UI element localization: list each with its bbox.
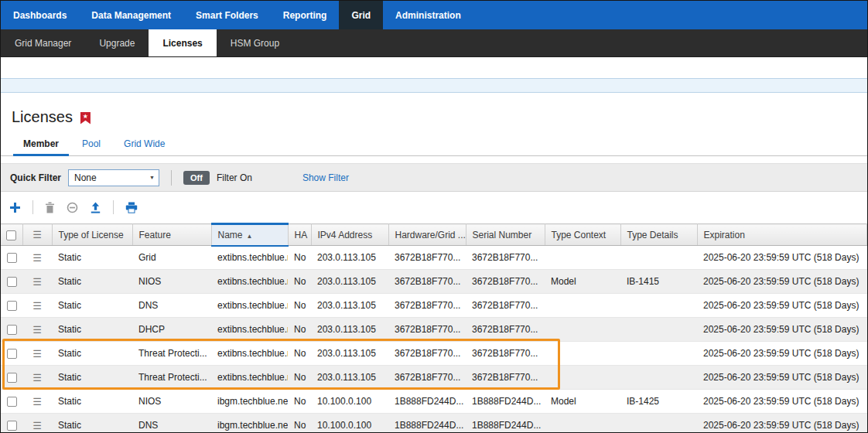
row-checkbox[interactable] <box>7 373 17 383</box>
column-header-expiration[interactable]: Expiration <box>697 224 867 246</box>
cell-type: Static <box>52 246 132 270</box>
tab-grid-wide[interactable]: Grid Wide <box>112 135 176 155</box>
cell-context: Model <box>545 390 620 414</box>
cell-hardware: 3672B18F770... <box>388 246 466 270</box>
quick-filter-bar: Quick Filter None ▼ Off Filter On Show F… <box>1 163 867 192</box>
cell-name: extibns.techblue.n... <box>211 270 288 294</box>
row-checkbox[interactable] <box>7 421 17 431</box>
row-menu-icon[interactable]: ☰ <box>32 300 42 312</box>
cell-ha: No <box>288 246 311 270</box>
tab-member[interactable]: Member <box>12 135 70 155</box>
row-checkbox[interactable] <box>7 349 17 359</box>
row-checkbox[interactable] <box>7 301 17 311</box>
top-navigation: DashboardsData ManagementSmart FoldersRe… <box>1 1 867 29</box>
column-header-ha[interactable]: HA <box>288 224 311 246</box>
cell-expiration: 2025-06-20 23:59:59 UTC (518 Days) <box>697 366 867 390</box>
column-header-type-context[interactable]: Type Context <box>545 224 620 246</box>
row-checkbox[interactable] <box>7 277 17 287</box>
topnav-item-dashboards[interactable]: Dashboards <box>1 1 79 29</box>
cell-feature: Grid <box>132 246 211 270</box>
column-header-type-details[interactable]: Type Details <box>620 224 697 246</box>
tab-pool[interactable]: Pool <box>70 135 112 155</box>
cell-details <box>620 414 697 433</box>
content-spacer <box>1 57 867 78</box>
add-icon[interactable] <box>9 202 21 213</box>
row-menu-icon[interactable]: ☰ <box>32 276 42 288</box>
star-icon: ★ <box>83 112 88 124</box>
cell-ipv4: 203.0.113.105 <box>311 294 388 318</box>
cell-feature: DNS <box>132 414 211 433</box>
topnav-item-smart-folders[interactable]: Smart Folders <box>183 1 271 29</box>
chevron-down-icon: ▼ <box>149 175 155 180</box>
cell-name: extibns.techblue.n... <box>211 246 288 270</box>
favorite-bookmark-icon[interactable]: ★ <box>80 112 91 124</box>
table-row[interactable]: ☰StaticThreat Protecti...extibns.techblu… <box>1 342 867 366</box>
subnav-item-licenses[interactable]: Licenses <box>149 29 216 56</box>
header-menu: ☰ <box>22 224 52 246</box>
column-header-serial-number[interactable]: Serial Number <box>466 224 545 246</box>
show-filter-link[interactable]: Show Filter <box>302 172 349 183</box>
cell-details: IB-1425 <box>620 390 697 414</box>
table-row[interactable]: ☰StaticDNSextibns.techblue.n...No203.0.1… <box>1 294 867 318</box>
column-header-name[interactable]: Name▲ <box>211 224 288 246</box>
table-row[interactable]: ☰StaticThreat Protecti...extibns.techblu… <box>1 366 867 390</box>
cell-expiration: 2025-06-20 23:59:59 UTC (518 Days) <box>697 342 867 366</box>
row-menu-icon[interactable]: ☰ <box>32 348 42 360</box>
topnav-item-reporting[interactable]: Reporting <box>271 1 340 29</box>
subnav-item-hsm-group[interactable]: HSM Group <box>217 29 293 56</box>
subnav-item-grid-manager[interactable]: Grid Manager <box>1 29 85 56</box>
row-menu-icon[interactable]: ☰ <box>32 372 42 384</box>
table-row[interactable]: ☰StaticGridextibns.techblue.n...No203.0.… <box>1 246 867 270</box>
table-row[interactable]: ☰StaticDHCPextibns.techblue.n...No203.0.… <box>1 318 867 342</box>
cell-expiration: 2025-06-20 23:59:59 UTC (518 Days) <box>697 414 867 433</box>
quick-filter-value: None <box>74 172 97 183</box>
cell-details <box>620 294 697 318</box>
cell-hardware: 3672B18F770... <box>388 366 466 390</box>
row-checkbox[interactable] <box>7 397 17 407</box>
row-checkbox[interactable] <box>7 325 17 335</box>
delete-icon[interactable] <box>45 202 55 213</box>
column-header-type-of-license[interactable]: Type of License <box>52 224 132 246</box>
row-menu-icon[interactable]: ☰ <box>32 324 42 336</box>
table-row[interactable]: ☰StaticNIOSextibns.techblue.n...No203.0.… <box>1 270 867 294</box>
cell-ipv4: 10.100.0.100 <box>311 390 388 414</box>
row-menu-icon[interactable]: ☰ <box>32 420 42 431</box>
topnav-item-data-management[interactable]: Data Management <box>79 1 183 29</box>
cell-expiration: 2025-06-20 23:59:59 UTC (518 Days) <box>697 318 867 342</box>
divider <box>113 200 114 214</box>
cell-type: Static <box>52 366 132 390</box>
cell-serial: 3672B18F770... <box>466 246 545 270</box>
cell-hardware: 1B888FD244D... <box>388 390 466 414</box>
table-menu-icon[interactable]: ☰ <box>32 229 42 240</box>
quick-filter-select[interactable]: None ▼ <box>68 169 159 186</box>
column-header-ipv4-address[interactable]: IPv4 Address <box>311 224 388 246</box>
cell-ha: No <box>288 318 311 342</box>
filter-off-toggle[interactable]: Off <box>183 171 210 185</box>
cell-expiration: 2025-06-20 23:59:59 UTC (518 Days) <box>697 294 867 318</box>
column-header-feature[interactable]: Feature <box>132 224 211 246</box>
row-menu-icon[interactable]: ☰ <box>32 396 42 407</box>
cell-serial: 3672B18F770... <box>466 294 545 318</box>
cell-feature: Threat Protecti... <box>132 366 211 390</box>
table-row[interactable]: ☰StaticNIOSibgm.techblue.netNo10.100.0.1… <box>1 390 867 414</box>
table-header-row: ☰ Type of LicenseFeatureName▲HAIPv4 Addr… <box>1 224 867 246</box>
topnav-item-grid[interactable]: Grid <box>339 1 383 29</box>
table-row[interactable]: ☰StaticDNSibgm.techblue.netNo10.100.0.10… <box>1 414 867 433</box>
subnav-item-upgrade[interactable]: Upgrade <box>85 29 149 56</box>
cell-expiration: 2025-06-20 23:59:59 UTC (518 Days) <box>697 270 867 294</box>
cell-type: Static <box>52 414 132 433</box>
cell-type: Static <box>52 270 132 294</box>
cell-ipv4: 10.100.0.100 <box>311 414 388 433</box>
upload-icon[interactable] <box>90 202 101 213</box>
column-header-hardware-grid[interactable]: Hardware/Grid ... <box>388 224 466 246</box>
print-icon[interactable] <box>125 202 138 213</box>
row-checkbox[interactable] <box>7 253 17 263</box>
cell-hardware: 3672B18F770... <box>388 342 466 366</box>
select-all-checkbox[interactable] <box>6 230 16 240</box>
row-menu-icon[interactable]: ☰ <box>32 252 42 264</box>
exclude-icon[interactable] <box>67 202 78 213</box>
cell-ha: No <box>288 342 311 366</box>
cell-context <box>545 342 620 366</box>
cell-expiration: 2025-06-20 23:59:59 UTC (518 Days) <box>697 246 867 270</box>
topnav-item-administration[interactable]: Administration <box>383 1 473 29</box>
